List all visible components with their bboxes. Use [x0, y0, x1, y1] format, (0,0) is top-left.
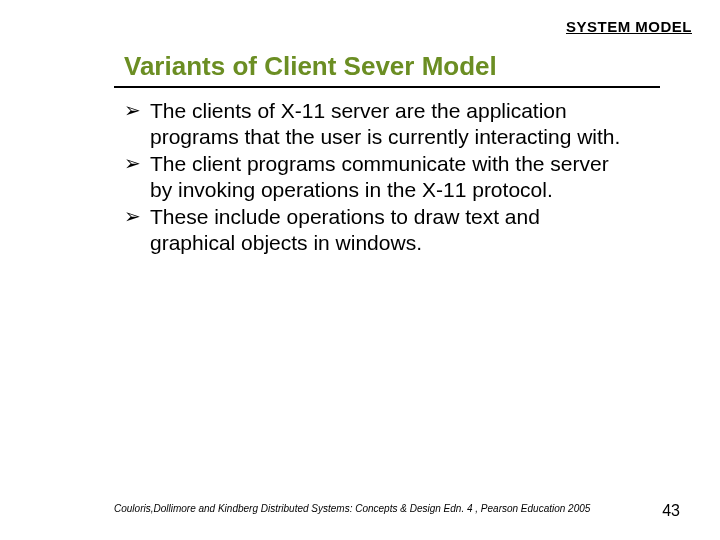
bullet-arrow-icon: ➢: [124, 98, 141, 122]
bullet-arrow-icon: ➢: [124, 204, 141, 228]
slide-title: Variants of Client Sever Model: [124, 51, 720, 82]
page-number: 43: [662, 502, 680, 520]
footer-citation: Couloris,Dollimore and Kindberg Distribu…: [114, 503, 590, 514]
list-item: ➢ The clients of X-11 server are the app…: [124, 98, 630, 149]
bullet-arrow-icon: ➢: [124, 151, 141, 175]
bullet-list: ➢ The clients of X-11 server are the app…: [124, 98, 630, 256]
list-item: ➢ The client programs communicate with t…: [124, 151, 630, 202]
bullet-text: The clients of X-11 server are the appli…: [150, 99, 620, 148]
title-underline: [114, 86, 660, 88]
bullet-text: These include operations to draw text an…: [150, 205, 540, 254]
section-header: SYSTEM MODEL: [0, 0, 720, 35]
bullet-text: The client programs communicate with the…: [150, 152, 609, 201]
list-item: ➢ These include operations to draw text …: [124, 204, 630, 255]
